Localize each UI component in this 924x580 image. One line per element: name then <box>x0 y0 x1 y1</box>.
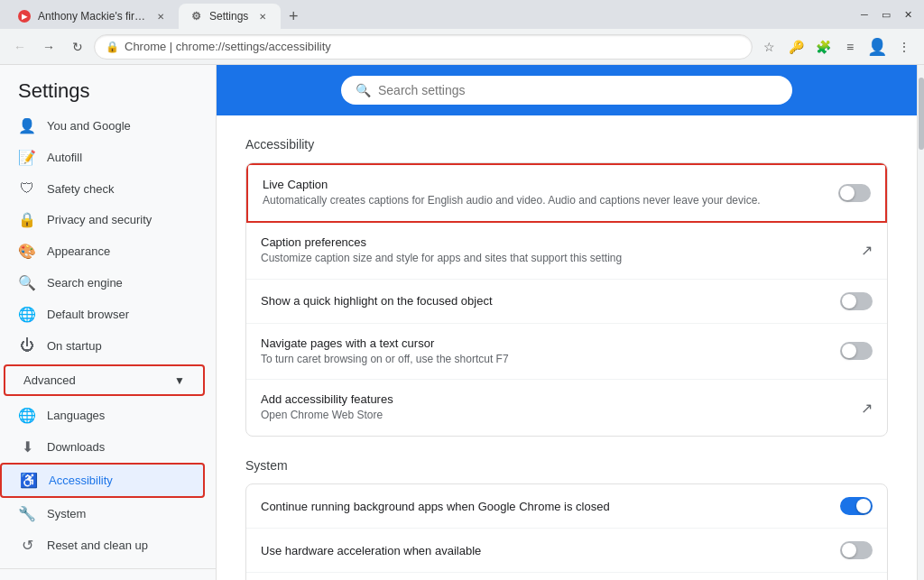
accessibility-card: Live Caption Automatically creates capti… <box>245 162 888 437</box>
hardware-accel-label: Use hardware acceleration when available <box>261 544 829 557</box>
sidebar-item-privacy[interactable]: 🔒 Privacy and security <box>0 204 205 235</box>
sidebar-label-default-browser: Default browser <box>47 308 129 321</box>
sidebar-label-privacy: Privacy and security <box>47 213 152 226</box>
sidebar-label-you-and-google: You and Google <box>47 119 131 133</box>
add-accessibility-row: Add accessibility features Open Chrome W… <box>246 380 887 436</box>
content-area: 🔍 Accessibility Live Caption Automatical… <box>217 65 917 580</box>
chevron-down-icon: ▼ <box>174 374 185 387</box>
hardware-accel-row: Use hardware acceleration when available <box>246 529 887 573</box>
window-controls: ─ ▭ ✕ <box>848 5 924 23</box>
tab-youtube[interactable]: ▶ Anthony Mackie's first time tryin... ✕ <box>7 4 179 29</box>
text-cursor-row: Navigate pages with a text cursor To tur… <box>246 324 887 381</box>
tab-settings-close[interactable]: ✕ <box>255 9 270 23</box>
add-accessibility-link-icon[interactable]: ↗ <box>861 400 873 417</box>
sidebar-item-accessibility[interactable]: ♿ Accessibility <box>0 463 205 498</box>
search-engine-icon: 🔍 <box>18 274 36 291</box>
background-apps-row: Continue running background apps when Go… <box>246 484 887 529</box>
sidebar-item-extensions[interactable]: Extensions ↗ <box>0 576 216 580</box>
text-cursor-label: Navigate pages with a text cursor <box>261 336 829 350</box>
address-bar[interactable]: 🔒 Chrome | chrome://settings/accessibili… <box>94 34 753 60</box>
new-tab-button[interactable]: + <box>281 4 306 29</box>
background-apps-info: Continue running background apps when Go… <box>261 500 829 513</box>
youtube-favicon: ▶ <box>18 10 31 23</box>
show-highlight-row: Show a quick highlight on the focused ob… <box>246 280 887 324</box>
lock-icon: 🔒 <box>106 41 119 53</box>
hardware-accel-toggle[interactable] <box>840 541 873 559</box>
sidebar-item-search-engine[interactable]: 🔍 Search engine <box>0 267 205 299</box>
background-apps-toggle[interactable] <box>840 497 873 515</box>
sidebar-advanced-toggle[interactable]: Advanced ▼ <box>4 364 205 396</box>
caption-preferences-row: Caption preferences Customize caption si… <box>246 223 887 280</box>
extensions-icon[interactable]: 🧩 <box>810 34 836 60</box>
tab-strip: ▶ Anthony Mackie's first time tryin... ✕… <box>0 0 848 29</box>
live-caption-row: Live Caption Automatically creates capti… <box>246 163 887 223</box>
toolbar: ← → ↻ 🔒 Chrome | chrome://settings/acces… <box>0 29 924 65</box>
autofill-icon: 📝 <box>18 149 36 166</box>
sidebar-item-on-startup[interactable]: ⏻ On startup <box>0 330 205 361</box>
minimize-button[interactable]: ─ <box>855 5 873 23</box>
sidebar-label-on-startup: On startup <box>47 339 102 353</box>
sidebar-advanced-label: Advanced <box>23 373 167 387</box>
add-accessibility-desc: Open Chrome Web Store <box>261 408 850 423</box>
tab-list-icon[interactable]: ≡ <box>837 34 863 60</box>
sidebar-item-downloads[interactable]: ⬇ Downloads <box>0 431 205 463</box>
sidebar-divider <box>0 568 216 569</box>
sidebar-label-appearance: Appearance <box>47 244 110 258</box>
settings-favicon: ⚙ <box>189 10 202 23</box>
text-cursor-toggle[interactable] <box>840 342 873 360</box>
text-cursor-info: Navigate pages with a text cursor To tur… <box>261 336 829 367</box>
back-button[interactable]: ← <box>7 34 32 60</box>
sidebar-label-autofill: Autofill <box>47 151 82 164</box>
tab-youtube-label: Anthony Mackie's first time tryin... <box>38 10 146 23</box>
titlebar: ▶ Anthony Mackie's first time tryin... ✕… <box>0 0 924 29</box>
sidebar-item-system[interactable]: 🔧 System <box>0 498 205 529</box>
forward-button[interactable]: → <box>36 34 61 60</box>
scrollbar-thumb[interactable] <box>919 78 924 150</box>
downloads-icon: ⬇ <box>18 438 36 456</box>
sidebar-label-safety-check: Safety check <box>47 182 114 196</box>
sidebar-item-appearance[interactable]: 🎨 Appearance <box>0 235 205 267</box>
settings-search-bar: 🔍 <box>217 65 917 115</box>
caption-preferences-desc: Customize caption size and style for app… <box>261 251 850 266</box>
bookmark-icon[interactable]: ☆ <box>756 34 781 60</box>
sidebar-item-reset[interactable]: ↺ Reset and clean up <box>0 529 205 561</box>
show-highlight-toggle[interactable] <box>840 292 873 310</box>
search-box[interactable]: 🔍 <box>341 76 792 105</box>
close-button[interactable]: ✕ <box>899 5 917 23</box>
live-caption-toggle[interactable] <box>838 184 871 202</box>
proxy-settings-row: Open your computer's proxy settings ↗ <box>246 573 887 580</box>
tab-youtube-close[interactable]: ✕ <box>153 9 168 23</box>
settings-main-content: Accessibility Live Caption Automatically… <box>217 115 917 580</box>
sidebar-label-accessibility: Accessibility <box>49 474 113 487</box>
languages-icon: 🌐 <box>18 407 36 424</box>
appearance-icon: 🎨 <box>18 243 36 260</box>
system-card: Continue running background apps when Go… <box>245 483 888 580</box>
background-apps-label: Continue running background apps when Go… <box>261 500 829 513</box>
caption-preferences-link-icon[interactable]: ↗ <box>861 242 873 259</box>
person-icon: 👤 <box>18 117 36 134</box>
profile-avatar[interactable]: 👤 <box>864 34 890 60</box>
sidebar-item-languages[interactable]: 🌐 Languages <box>0 400 205 431</box>
search-input[interactable] <box>378 83 778 97</box>
maximize-button[interactable]: ▭ <box>877 5 895 23</box>
tab-settings[interactable]: ⚙ Settings ✕ <box>179 4 281 29</box>
sidebar-item-default-browser[interactable]: 🌐 Default browser <box>0 299 205 330</box>
profile-guard-icon[interactable]: 🔑 <box>783 34 808 60</box>
live-caption-info: Live Caption Automatically creates capti… <box>263 178 827 208</box>
sidebar-label-languages: Languages <box>47 409 105 422</box>
show-highlight-info: Show a quick highlight on the focused ob… <box>261 294 829 308</box>
sidebar-label-downloads: Downloads <box>47 440 105 454</box>
caption-preferences-info: Caption preferences Customize caption si… <box>261 235 850 266</box>
hardware-accel-info: Use hardware acceleration when available <box>261 544 829 557</box>
sidebar-item-autofill[interactable]: 📝 Autofill <box>0 142 205 173</box>
main-layout: Settings 👤 You and Google 📝 Autofill 🛡 S… <box>0 65 924 580</box>
live-caption-label: Live Caption <box>263 178 827 191</box>
sidebar-label-search-engine: Search engine <box>47 276 123 290</box>
system-section-title: System <box>245 458 888 476</box>
sidebar-item-safety-check[interactable]: 🛡 Safety check <box>0 173 205 204</box>
sidebar-header: Settings <box>0 65 216 110</box>
accessibility-icon: ♿ <box>20 472 38 489</box>
menu-icon[interactable]: ⋮ <box>892 34 917 60</box>
reload-button[interactable]: ↻ <box>65 34 90 60</box>
sidebar-item-you-and-google[interactable]: 👤 You and Google <box>0 110 205 142</box>
